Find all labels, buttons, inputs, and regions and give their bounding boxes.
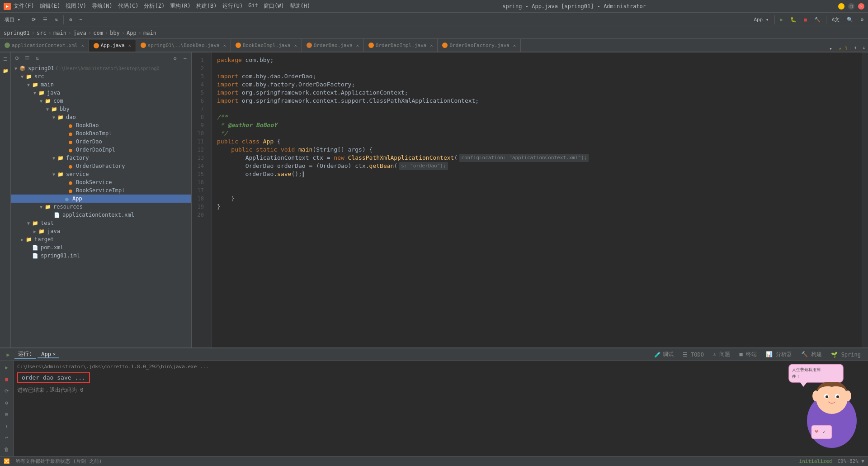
tree-item-appcontext[interactable]: ▶ 📄 applicationContext.xml	[11, 211, 191, 219]
tab-close[interactable]: ✕	[81, 43, 84, 48]
sidebar-settings[interactable]: ⚙	[170, 54, 179, 63]
tab-close-active[interactable]: ✕	[128, 43, 131, 48]
run-tab-bar[interactable]: ▶ 运行: App ✕ 🧪 调试 ☰ TODO ⚠ 问题 ■ 终端 📊 分析器 …	[0, 348, 868, 361]
tree-item-pom[interactable]: ▶ 📄 pom.xml	[11, 243, 191, 252]
menu-item[interactable]: 构建(B)	[196, 2, 217, 10]
expand-arrow[interactable]: ▼	[51, 172, 57, 177]
expand-arrow[interactable]: ▼	[19, 74, 25, 79]
tab-close-run[interactable]: ✕	[53, 352, 56, 357]
run-scroll-btn[interactable]: ↓	[2, 421, 12, 431]
expand-arrow[interactable]: ▼	[32, 90, 38, 95]
expand-arrow[interactable]: ▼	[25, 221, 32, 226]
expand-arrow[interactable]: ▼	[51, 156, 57, 161]
left-strip-btn-1[interactable]: ☰	[1, 54, 10, 63]
tab-orderdaoimpl[interactable]: OrderDaoImpl.java ✕	[364, 39, 438, 52]
run-wrap-btn[interactable]: ↩	[2, 433, 12, 443]
tree-item-orderdao[interactable]: ▶ ● OrderDao	[11, 138, 191, 146]
toolbar-collapse[interactable]: −	[77, 16, 85, 24]
breadcrumb-part[interactable]: main	[143, 30, 156, 36]
run-btn-icon[interactable]: ▶	[4, 350, 13, 359]
menu-item[interactable]: 导航(N)	[92, 2, 113, 10]
maximize-button[interactable]: □	[848, 3, 854, 10]
menu-item[interactable]: 代码(C)	[118, 2, 139, 10]
close-button[interactable]: ✕	[858, 3, 864, 10]
run-button[interactable]: ▶	[778, 16, 786, 24]
expand-arrow[interactable]: ▼	[25, 82, 32, 87]
tab-close[interactable]: ✕	[294, 43, 297, 48]
toolbar-settings[interactable]: ⚙	[66, 16, 75, 24]
tab-expand[interactable]: ↑	[851, 44, 860, 52]
code-editor[interactable]: 1 2 3 4 5 6 7 8 9 10 11 12 13 14 15 16 1…	[192, 52, 868, 347]
run-filter-btn[interactable]: ▤	[2, 409, 12, 419]
run-start-btn[interactable]: ▶	[2, 363, 12, 373]
breadcrumb-part[interactable]: main	[53, 30, 66, 36]
tab-close[interactable]: ✕	[430, 43, 433, 48]
tab-bookdaoimpl[interactable]: BookDaoImpl.java ✕	[231, 39, 302, 52]
tab-close[interactable]: ✕	[356, 43, 359, 48]
tab-more[interactable]: ▾	[826, 46, 835, 52]
tree-item-factory[interactable]: ▼ 📁 factory	[11, 154, 191, 162]
minimize-button[interactable]: ─	[838, 3, 844, 10]
tree-item-dao[interactable]: ▼ 📁 dao	[11, 113, 191, 121]
tree-item-service[interactable]: ▼ 📁 service	[11, 170, 191, 178]
toolbar-btn-2[interactable]: ☰	[40, 16, 50, 24]
tree-item-iml[interactable]: ▶ 📄 spring01.iml	[11, 252, 191, 260]
tab-close[interactable]: ✕	[513, 43, 516, 48]
menu-item[interactable]: 窗口(W)	[264, 2, 284, 10]
expand-arrow[interactable]: ▶	[19, 237, 25, 242]
terminal-btn[interactable]: ■ 终端	[736, 351, 760, 358]
tree-item-orderdaoimpl[interactable]: ▶ ● OrderDaoImpl	[11, 146, 191, 154]
translate-btn[interactable]: A文	[829, 15, 843, 24]
breadcrumb-part[interactable]: App	[127, 30, 137, 36]
tab-bar[interactable]: applicationContext.xml ✕ App.java ✕ spri…	[0, 39, 868, 52]
tree-item-java[interactable]: ▼ 📁 java	[11, 89, 191, 97]
tree-item-bookservice[interactable]: ▶ ● BookService	[11, 178, 191, 186]
run-clear-btn[interactable]: 🗑	[2, 444, 12, 454]
expand-arrow[interactable]: ▼	[51, 115, 57, 120]
expand-arrow[interactable]: ▼	[38, 204, 44, 209]
tree-item-bookdaoimpl[interactable]: ▶ ● BookDaoImpl	[11, 129, 191, 138]
menu-item[interactable]: Git	[248, 2, 258, 10]
menu-item[interactable]: 帮助(H)	[290, 2, 311, 10]
settings-btn-2[interactable]: ⚙	[858, 16, 866, 24]
window-controls[interactable]: ─ □ ✕	[838, 3, 864, 10]
code-content[interactable]: package com.bby; import com.bby.dao.Orde…	[212, 52, 862, 347]
toolbar-btn-1[interactable]: ⟳	[29, 16, 38, 24]
menu-item[interactable]: 文件(F)	[14, 2, 34, 10]
tab-orderdao[interactable]: OrderDao.java ✕	[302, 39, 364, 52]
sidebar-collapse-all[interactable]: ☰	[23, 54, 32, 63]
project-dropdown[interactable]: 项目 ▾	[2, 15, 23, 24]
problems-btn[interactable]: ⚠ 问题	[709, 351, 734, 358]
tab-close[interactable]: ✕	[223, 43, 226, 48]
breadcrumb-part[interactable]: src	[37, 30, 47, 36]
tree-item-app[interactable]: ▶ ● App	[11, 195, 191, 203]
tree-item-bookdao[interactable]: ▶ ● BookDao	[11, 121, 191, 129]
build-button[interactable]: 🔨	[811, 16, 823, 24]
menu-item[interactable]: 编辑(E)	[40, 2, 61, 10]
app-selector[interactable]: App ▾	[751, 16, 771, 24]
todo-btn[interactable]: ☰ TODO	[679, 352, 708, 358]
tree-item-com[interactable]: ▼ 📁 com	[11, 97, 191, 105]
tree-item-src[interactable]: ▼ 📁 src	[11, 72, 191, 81]
toolbar-btn-3[interactable]: ⇅	[52, 16, 61, 24]
tree-item-target[interactable]: ▶ 📁 target	[11, 235, 191, 243]
stop-button[interactable]: ■	[801, 16, 810, 24]
run-stop-btn[interactable]: ■	[2, 375, 12, 385]
menu-item[interactable]: 重构(R)	[170, 2, 191, 10]
spring-btn[interactable]: 🌱 Spring	[827, 352, 864, 358]
tab-orderdaofactory[interactable]: OrderDaoFactory.java ✕	[438, 39, 520, 52]
breadcrumb-part[interactable]: spring01	[4, 30, 30, 36]
sidebar-close[interactable]: −	[180, 54, 189, 63]
analyze-btn[interactable]: 📊 分析器	[762, 351, 796, 358]
tree-item-bookserviceimpl[interactable]: ▶ ● BookServiceImpl	[11, 186, 191, 195]
search-btn[interactable]: 🔍	[844, 16, 856, 24]
debug-button[interactable]: 🐛	[788, 16, 799, 24]
tree-item-test[interactable]: ▼ 📁 test	[11, 219, 191, 227]
tab-app-java[interactable]: App.java ✕	[89, 39, 136, 52]
breadcrumb-part[interactable]: com	[93, 30, 103, 36]
expand-arrow[interactable]: ▼	[13, 66, 19, 71]
menu-item[interactable]: 运行(U)	[222, 2, 243, 10]
build-btn-tab[interactable]: 🔨 构建	[797, 351, 826, 358]
tree-item-bby[interactable]: ▼ 📁 bby	[11, 105, 191, 113]
run-settings-btn[interactable]: ⚙	[2, 398, 12, 408]
